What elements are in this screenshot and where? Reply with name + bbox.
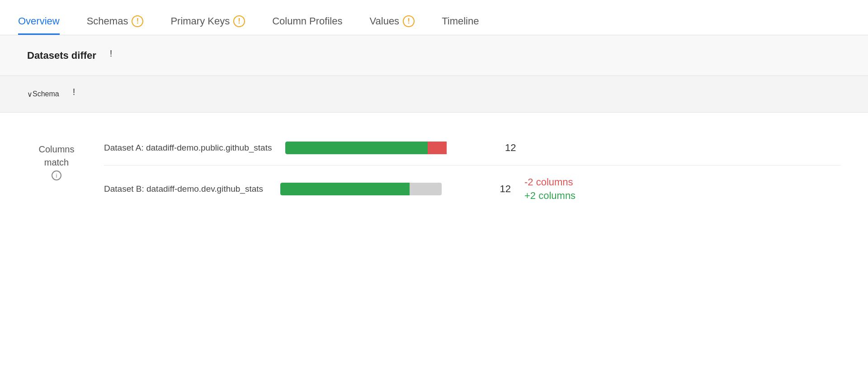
dataset-a-bar-green (285, 142, 428, 154)
schema-section: ∨ Schema ! (0, 76, 868, 113)
dataset-b-row: Dataset B: datadiff-demo.dev.github_stat… (104, 165, 841, 213)
tab-schemas-label: Schemas (87, 15, 128, 27)
dataset-a-bar (285, 142, 475, 154)
dataset-b-name: Dataset B: datadiff-demo.dev.github_stat… (104, 183, 267, 195)
schema-warning-icon: ! (73, 87, 87, 101)
values-warning-icon: ! (403, 15, 415, 27)
tab-values[interactable]: Values ! (369, 15, 415, 35)
columns-label-line1: Columns (39, 144, 75, 155)
datasets-differ-title: Datasets differ (27, 50, 96, 61)
dataset-a-name: Dataset A: datadiff-demo.public.github_s… (104, 142, 272, 154)
data-area: Columns match i Dataset A: datadiff-demo… (0, 113, 868, 231)
dataset-a-count: 12 (489, 142, 516, 154)
dataset-a-row: Dataset A: datadiff-demo.public.github_s… (104, 131, 841, 165)
content-area: Datasets differ ! ∨ Schema ! Columns mat… (0, 35, 868, 231)
primary-keys-warning-icon: ! (233, 15, 245, 27)
columns-label-line2: match (44, 157, 69, 168)
dataset-b-bar-gray (410, 183, 442, 195)
tab-timeline[interactable]: Timeline (442, 15, 479, 35)
tab-column-profiles[interactable]: Column Profiles (272, 15, 342, 35)
dataset-b-count: 12 (484, 183, 511, 195)
tab-overview[interactable]: Overview (18, 15, 60, 35)
dataset-b-diff-pos: +2 columns (524, 190, 576, 202)
datasets-differ-warning-icon: ! (110, 48, 124, 63)
columns-match-info-icon[interactable]: i (52, 170, 61, 180)
tab-timeline-label: Timeline (442, 15, 479, 27)
dataset-b-diff-labels: -2 columns +2 columns (524, 176, 576, 202)
dataset-b-diff-neg: -2 columns (524, 176, 576, 188)
tab-overview-label: Overview (18, 15, 60, 27)
schema-chevron[interactable]: ∨ (27, 90, 33, 99)
tab-schemas[interactable]: Schemas ! (87, 15, 144, 35)
tab-primary-keys-label: Primary Keys (170, 15, 230, 27)
dataset-b-bar (280, 183, 470, 195)
tab-primary-keys[interactable]: Primary Keys ! (170, 15, 245, 35)
tabs-container: Overview Schemas ! Primary Keys ! Column… (0, 0, 868, 35)
schemas-warning-icon: ! (132, 15, 143, 27)
schema-title: Schema (33, 90, 59, 98)
tab-values-label: Values (369, 15, 399, 27)
datasets-differ-section: Datasets differ ! (0, 35, 868, 76)
columns-match-area: Columns match i Dataset A: datadiff-demo… (27, 131, 841, 213)
tab-column-profiles-label: Column Profiles (272, 15, 342, 27)
dataset-a-bar-red (428, 142, 447, 154)
datasets-table: Dataset A: datadiff-demo.public.github_s… (104, 131, 841, 213)
columns-match-label: Columns match i (27, 131, 86, 180)
dataset-b-bar-green (280, 183, 410, 195)
